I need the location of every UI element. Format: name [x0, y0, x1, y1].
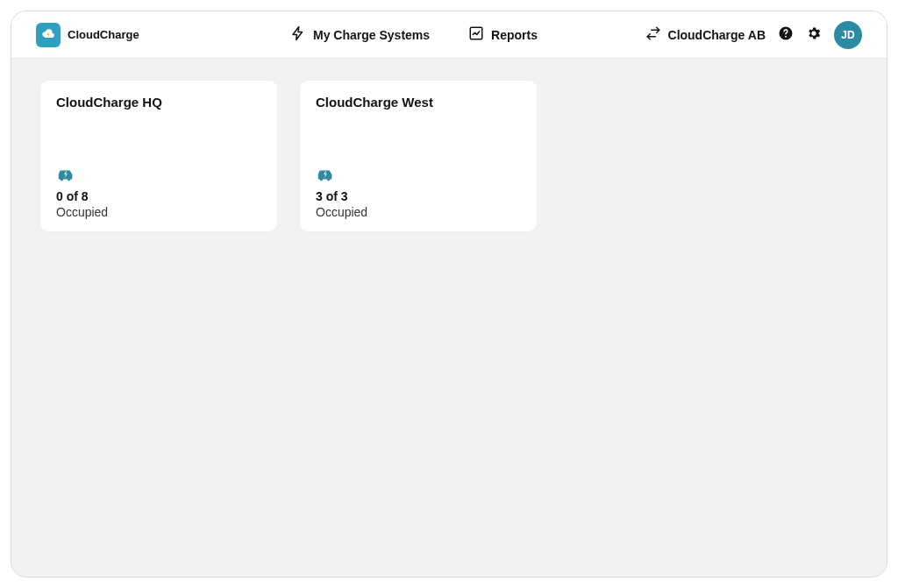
card-label: Occupied	[316, 205, 521, 219]
help-icon	[778, 25, 794, 45]
org-switcher[interactable]: CloudCharge AB	[645, 25, 766, 44]
content-area: CloudCharge HQ 0 of 8 Occupied CloudChar…	[11, 59, 887, 577]
nav-label: My Charge Systems	[313, 28, 430, 42]
app-frame: CloudCharge My Charge Systems Rep	[11, 11, 887, 577]
help-button[interactable]	[778, 27, 794, 43]
primary-nav: My Charge Systems Reports	[194, 25, 634, 44]
car-charging-icon	[316, 168, 335, 182]
system-card[interactable]: CloudCharge West 3 of 3 Occupied	[299, 80, 538, 232]
user-avatar[interactable]: JD	[834, 21, 862, 49]
card-title: CloudCharge HQ	[56, 95, 261, 110]
nav-label: Reports	[491, 28, 538, 42]
switch-icon	[645, 25, 661, 44]
topbar-right: CloudCharge AB JD	[634, 21, 862, 49]
brand-logo-icon	[36, 23, 61, 47]
card-count: 0 of 8	[56, 189, 261, 203]
chart-icon	[468, 25, 484, 44]
avatar-initials: JD	[841, 29, 854, 41]
nav-reports[interactable]: Reports	[468, 25, 538, 44]
nav-my-charge-systems[interactable]: My Charge Systems	[290, 25, 430, 44]
car-charging-icon	[56, 168, 75, 182]
svg-point-2	[785, 35, 787, 37]
org-name: CloudCharge AB	[668, 28, 766, 42]
brand-name: CloudCharge	[68, 28, 139, 41]
settings-button[interactable]	[806, 27, 822, 43]
brand[interactable]: CloudCharge	[36, 23, 194, 47]
card-count: 3 of 3	[316, 189, 521, 203]
bolt-icon	[290, 25, 306, 44]
topbar: CloudCharge My Charge Systems Rep	[11, 11, 887, 59]
gear-icon	[806, 25, 822, 45]
card-label: Occupied	[56, 205, 261, 219]
system-card[interactable]: CloudCharge HQ 0 of 8 Occupied	[39, 80, 278, 232]
card-title: CloudCharge West	[316, 95, 521, 110]
